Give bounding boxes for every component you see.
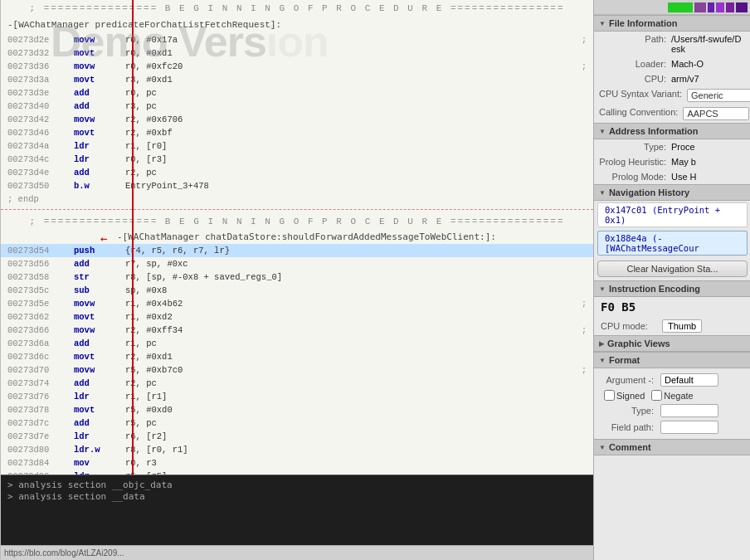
table-row[interactable]: 00273d32 movt r0, #0xd1 (1, 46, 593, 60)
negate-label: Negate (664, 391, 693, 401)
table-row[interactable]: 00273d78 movt r5, #0xd0 (1, 403, 593, 416)
operands: r8, [sp, #-0x8 + saved_regs_0] (125, 272, 593, 282)
url-bar: https://blo.com/blog/AtLZAi209... (1, 545, 593, 560)
path-label: Path: (599, 34, 670, 44)
mnemonic: ldr (67, 431, 125, 441)
format-title: Format (609, 355, 640, 365)
cpu-syntax-input[interactable] (687, 89, 750, 102)
table-row[interactable]: 00273d86 ldr r5, [r5] (1, 470, 593, 475)
table-row[interactable]: 00273d6c movt r2, #0xd1 (1, 350, 593, 363)
green-bar (668, 2, 693, 12)
table-row[interactable]: 00273d4a ldr r1, [r0] (1, 139, 593, 153)
address: 00273d4c (1, 154, 67, 164)
negate-checkbox[interactable] (651, 390, 662, 401)
table-row[interactable]: 00273d74 add r2, pc (1, 377, 593, 390)
operands: r2, pc (125, 168, 593, 178)
table-row[interactable]: 00273d84 mov r0, r3 (1, 456, 593, 470)
section-divider (1, 209, 593, 210)
table-row[interactable]: 00273d5c sub sp, #0x8 (1, 284, 593, 297)
address: 00273d7c (1, 418, 67, 428)
table-row[interactable]: 00273d4e add r2, pc (1, 166, 593, 179)
argument-input[interactable] (660, 373, 718, 387)
type-label: Type: (599, 142, 670, 152)
calling-conv-input[interactable] (683, 107, 749, 120)
format-header[interactable]: ▼ Format (594, 352, 750, 368)
graphic-views-header[interactable]: ▶ Graphic Views (594, 335, 750, 352)
mnemonic: add (67, 378, 125, 388)
signed-checkbox-item[interactable]: Signed (604, 390, 645, 401)
console-area[interactable]: > analysis section __objc_data > analysi… (1, 475, 593, 545)
mnemonic: movt (67, 312, 125, 322)
left-panel: Demo Version ; ================ B E G I … (1, 0, 593, 560)
table-row[interactable]: 00273d80 ldr.w r8, [r0, r1] (1, 443, 593, 456)
purple-bar-3 (716, 2, 724, 12)
table-row[interactable]: 00273d3e add r0, pc (1, 86, 593, 100)
mnemonic: add (67, 168, 125, 178)
table-row[interactable]: 00273d5e movw r1, #0x4b62 ; (1, 297, 593, 310)
signed-checkbox[interactable] (604, 390, 615, 401)
type-input[interactable] (660, 404, 718, 417)
table-row[interactable]: 00273d4c ldr r0, [r3] (1, 153, 593, 166)
table-row[interactable]: 00273d46 movt r2, #0xbf (1, 126, 593, 139)
field-path-input[interactable] (660, 421, 718, 434)
purple-bar-5 (736, 2, 748, 12)
address-information-header[interactable]: ▼ Address Information (594, 123, 750, 139)
path-row: Path: /Users/tf-swufe/Desk (594, 32, 750, 56)
code-area[interactable]: ; ================ B E G I N N I N G O F… (1, 0, 593, 475)
triangle-icon: ▼ (599, 20, 606, 27)
table-row[interactable]: 00273d56 add r7, sp, #0xc (1, 257, 593, 270)
address: 00273d86 (1, 471, 67, 475)
table-row[interactable]: 00273d66 movw r2, #0xff34 ; (1, 324, 593, 337)
address: 00273d42 (1, 114, 67, 124)
address: 00273d32 (1, 48, 67, 58)
operands: r5, pc (125, 418, 593, 428)
navigation-history-header[interactable]: ▼ Navigation History (594, 184, 750, 201)
operands: r2, #0x6706 (125, 114, 593, 124)
table-row[interactable]: 00273d50 b.w EntryPoint_3+478 (1, 179, 593, 192)
table-row[interactable]: 00273d36 movw r0, #0xfc20 ; (1, 60, 593, 73)
operands: sp, #0x8 (125, 285, 593, 295)
instruction-encoding-title: Instruction Encoding (609, 284, 700, 294)
comment-header[interactable]: ▼ Comment (594, 439, 750, 455)
address: 00273d84 (1, 458, 67, 468)
table-row[interactable]: 00273d7c add r5, pc (1, 416, 593, 430)
status-bars (668, 2, 748, 12)
table-row[interactable]: 00273d3a movt r3, #0xd1 (1, 73, 593, 86)
address: 00273d36 (1, 61, 67, 71)
operands: r5, #0xd0 (125, 405, 593, 415)
prolog-mode-row: Prolog Mode: Use H (594, 169, 750, 184)
calling-conv-label: Calling Convention: (599, 107, 681, 117)
table-row[interactable]: 00273d58 str r8, [sp, #-0x8 + saved_regs… (1, 270, 593, 284)
table-row[interactable]: 00273d76 ldr r1, [r1] (1, 390, 593, 403)
red-line (132, 0, 134, 475)
table-row[interactable]: 00273d7e ldr r6, [r2] (1, 430, 593, 443)
table-row[interactable]: 00273d6a add r1, pc (1, 337, 593, 350)
nav-history-item-1[interactable]: 0x188e4a (-[WAChatMessageCour (597, 231, 748, 256)
field-path-label: Field path: (599, 422, 657, 432)
purple-bar-4 (726, 2, 734, 12)
cpu-label: CPU: (599, 74, 670, 84)
triangle-icon: ▼ (599, 444, 606, 451)
table-row[interactable]: 00273d42 movw r2, #0x6706 (1, 113, 593, 126)
negate-checkbox-item[interactable]: Negate (651, 390, 693, 401)
mnemonic: push (67, 246, 125, 256)
mnemonic: add (67, 259, 125, 269)
instruction-encoding-header[interactable]: ▼ Instruction Encoding (594, 280, 750, 297)
mnemonic: movw (67, 325, 125, 335)
operands: r2, #0xbf (125, 128, 593, 138)
table-row[interactable]: 00273d2e movw r0, #0x17a ; (1, 33, 593, 46)
table-row[interactable]: 00273d54 push {r4, r5, r6, r7, lr} (1, 244, 593, 257)
table-row[interactable]: 00273d70 movw r5, #0xb7c0 ; (1, 363, 593, 377)
file-information-header[interactable]: ▼ File Information (594, 15, 750, 32)
triangle-icon: ▼ (599, 357, 606, 364)
top-bar (594, 0, 750, 15)
loader-row: Loader: Mach-O (594, 56, 750, 71)
prolog-heuristic-label: Prolog Heuristic: (599, 157, 670, 167)
address: 00273d70 (1, 365, 67, 375)
table-row[interactable]: 00273d62 movt r1, #0xd2 (1, 310, 593, 324)
nav-history-item-0[interactable]: 0x147c01 (EntryPoint + 0x1) (597, 202, 748, 227)
table-row[interactable]: 00273d40 add r3, pc (1, 100, 593, 113)
url-text: https://blo.com/blog/AtLZAi209... (4, 548, 124, 558)
clear-navigation-button[interactable]: Clear Navigation Sta... (597, 261, 748, 277)
address: 00273d78 (1, 405, 67, 415)
